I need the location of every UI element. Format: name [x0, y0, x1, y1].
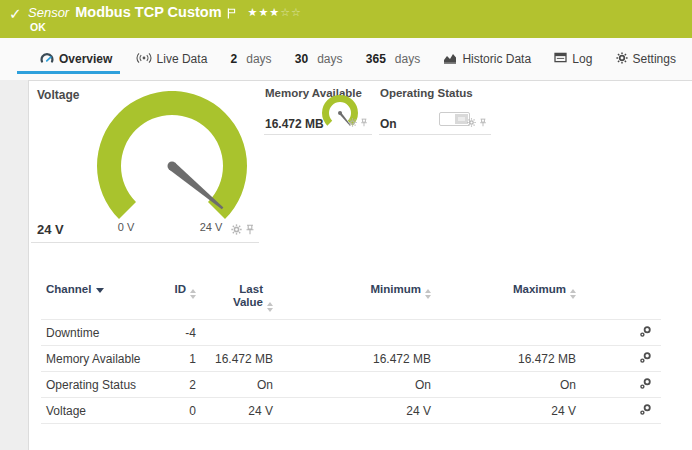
- cell-minimum: On: [273, 378, 431, 392]
- tab-overview-label: Overview: [59, 52, 112, 66]
- operating-status-value: On: [380, 117, 397, 131]
- column-header-id-label: ID: [175, 283, 187, 295]
- operating-status-title: Operating Status: [380, 87, 473, 99]
- stars-empty: ☆☆: [280, 6, 302, 18]
- column-header-value-label: Value: [233, 296, 263, 308]
- sort-desc-icon: [96, 288, 104, 293]
- column-header-id[interactable]: ID: [151, 283, 196, 299]
- cell-channel: Operating Status: [41, 378, 151, 392]
- memory-value: 16.472 MB: [265, 117, 324, 131]
- channel-table: Channel ID LastValue Minimum Maximum Dow…: [41, 283, 661, 424]
- tab-2-days-number: 2: [231, 52, 238, 66]
- gauge-icon: [40, 51, 54, 67]
- channel-settings-icon[interactable]: [639, 377, 652, 393]
- ok-check-icon: ✓: [9, 5, 22, 23]
- priority-stars[interactable]: ★★★☆☆: [248, 4, 302, 19]
- voltage-value: 24 V: [37, 222, 64, 237]
- cell-channel: Voltage: [41, 404, 151, 418]
- tab-live-data-label: Live Data: [157, 52, 208, 66]
- tab-2-days-word: days: [246, 52, 271, 66]
- cell-id: -4: [151, 326, 196, 340]
- column-header-channel[interactable]: Channel: [41, 283, 151, 295]
- tab-30-days[interactable]: 30 days: [295, 38, 343, 80]
- sensor-name: Modbus TCP Custom: [75, 4, 221, 20]
- tab-30-days-word: days: [317, 52, 342, 66]
- voltage-panel-title: Voltage: [37, 88, 79, 102]
- channel-settings-icon[interactable]: [639, 351, 652, 367]
- column-header-minimum[interactable]: Minimum: [273, 283, 431, 299]
- table-row[interactable]: Downtime -4: [41, 319, 661, 345]
- tab-30-days-number: 30: [295, 52, 308, 66]
- gear-icon: [616, 52, 628, 67]
- log-icon: [554, 52, 567, 66]
- voltage-scale-min: 0 V: [111, 221, 141, 233]
- object-kind-label: Sensor: [28, 4, 69, 20]
- voltage-scale-max: 24 V: [191, 221, 231, 233]
- sensor-title-line: Sensor Modbus TCP Custom ★★★☆☆: [28, 4, 302, 23]
- gear-icon[interactable]: [467, 113, 476, 131]
- tab-log[interactable]: Log: [554, 38, 592, 80]
- tab-live-data[interactable]: Live Data: [136, 38, 208, 80]
- tab-settings[interactable]: Settings: [616, 38, 676, 80]
- cell-id: 2: [151, 378, 196, 392]
- cell-maximum: On: [431, 378, 576, 392]
- sort-icon: [267, 302, 273, 312]
- column-header-last-value[interactable]: LastValue: [196, 283, 273, 312]
- tab-bar: Overview Live Data 2 days 30 days 365 da…: [0, 38, 692, 80]
- pin-icon[interactable]: [360, 113, 368, 131]
- pin-icon[interactable]: [479, 113, 487, 131]
- column-header-minimum-label: Minimum: [371, 283, 421, 295]
- cell-minimum: 24 V: [273, 404, 431, 418]
- pin-icon[interactable]: [245, 221, 255, 239]
- tab-365-days[interactable]: 365 days: [366, 38, 420, 80]
- cell-id: 0: [151, 404, 196, 418]
- gear-icon[interactable]: [231, 221, 242, 239]
- channel-settings-icon[interactable]: [639, 403, 652, 419]
- tab-overview[interactable]: Overview: [40, 38, 112, 80]
- operating-status-panel: Operating Status On: [379, 85, 491, 135]
- table-row[interactable]: Memory Available 1 16.472 MB 16.472 MB 1…: [41, 345, 661, 371]
- voltage-gauge-panel: Voltage 0 V 24 V 24 V: [31, 85, 259, 243]
- column-header-last-label: Last: [239, 283, 273, 296]
- cell-channel: Downtime: [41, 326, 151, 340]
- sort-icon: [570, 289, 576, 299]
- cell-last-value: 16.472 MB: [196, 352, 273, 366]
- stars-filled: ★★★: [248, 6, 281, 18]
- cell-id: 1: [151, 352, 196, 366]
- operating-status-panel-icons: [467, 113, 487, 131]
- sensor-overview-page: ✓ Sensor Modbus TCP Custom ★★★☆☆ OK Over…: [0, 0, 692, 450]
- channel-settings-icon[interactable]: [639, 325, 652, 341]
- tab-historic-data-label: Historic Data: [462, 52, 531, 66]
- sensor-status-text: OK: [30, 21, 46, 33]
- live-signal-icon: [136, 52, 152, 67]
- tab-365-days-word: days: [395, 52, 420, 66]
- flag-icon: [227, 5, 236, 23]
- column-header-maximum-label: Maximum: [513, 283, 566, 295]
- memory-gauge-panel: Memory Available 16.472 MB: [264, 85, 372, 135]
- column-header-maximum[interactable]: Maximum: [431, 283, 576, 299]
- cell-minimum: 16.472 MB: [273, 352, 431, 366]
- table-row[interactable]: Operating Status 2 On On On: [41, 371, 661, 397]
- tab-2-days[interactable]: 2 days: [231, 38, 272, 80]
- cell-last-value: 24 V: [196, 404, 273, 418]
- cell-last-value: On: [196, 378, 273, 392]
- overview-content-card: Voltage 0 V 24 V 24 V Memory Available 1: [28, 80, 692, 450]
- voltage-gauge: [97, 91, 247, 237]
- cell-channel: Memory Available: [41, 352, 151, 366]
- column-header-channel-label: Channel: [46, 283, 91, 295]
- gear-icon[interactable]: [348, 113, 357, 131]
- switch-indicator: [439, 112, 470, 126]
- cell-maximum: 24 V: [431, 404, 576, 418]
- voltage-panel-icons: [231, 221, 255, 239]
- tab-historic-data[interactable]: Historic Data: [443, 38, 531, 80]
- channel-table-header: Channel ID LastValue Minimum Maximum: [41, 283, 661, 319]
- historic-chart-icon: [443, 52, 457, 67]
- tab-settings-label: Settings: [633, 52, 676, 66]
- tab-365-days-number: 365: [366, 52, 386, 66]
- table-row[interactable]: Voltage 0 24 V 24 V 24 V: [41, 397, 661, 424]
- memory-panel-icons: [348, 113, 368, 131]
- sensor-status-header: ✓ Sensor Modbus TCP Custom ★★★☆☆ OK: [0, 0, 692, 38]
- cell-maximum: 16.472 MB: [431, 352, 576, 366]
- tab-log-label: Log: [572, 52, 592, 66]
